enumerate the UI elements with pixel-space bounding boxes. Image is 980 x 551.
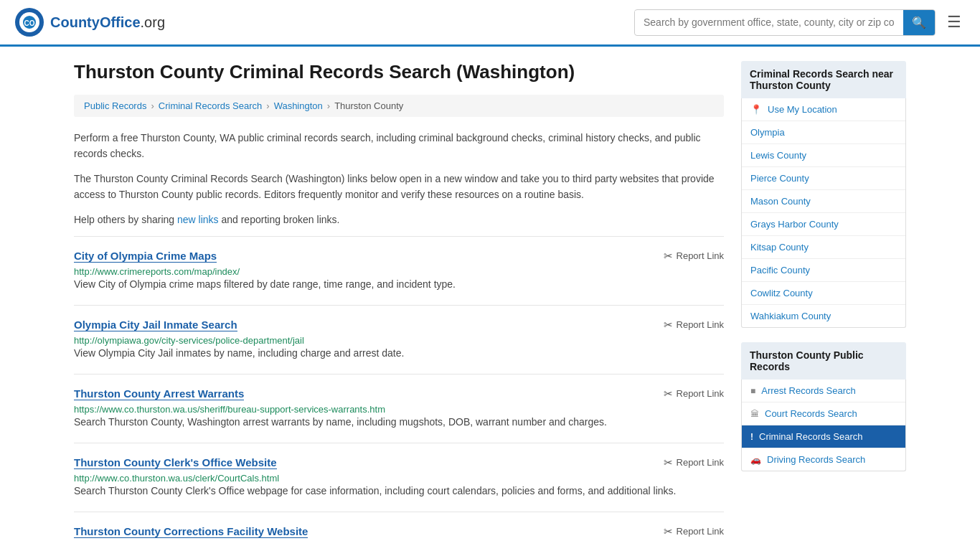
sidebar-public-records-list: ■ Arrest Records Search 🏛 Court Records … bbox=[741, 380, 906, 471]
sidebar-wahkiakum-county[interactable]: Wahkiakum County bbox=[742, 305, 905, 327]
result-desc-0: View City of Olympia crime maps filtered… bbox=[74, 277, 724, 292]
sidebar-nearby: Criminal Records Search near Thurston Co… bbox=[741, 61, 906, 328]
scissors-icon-3: ✂ bbox=[664, 456, 673, 469]
breadcrumb-sep-3: › bbox=[327, 100, 330, 111]
breadcrumb-criminal-records[interactable]: Criminal Records Search bbox=[159, 100, 263, 111]
sidebar-cowlitz-county[interactable]: Cowlitz County bbox=[742, 282, 905, 305]
menu-icon[interactable]: ☰ bbox=[943, 9, 966, 36]
scissors-icon-2: ✂ bbox=[664, 387, 673, 400]
result-title-0[interactable]: City of Olympia Crime Maps bbox=[74, 250, 217, 263]
sidebar-driving-records[interactable]: 🚗 Driving Records Search bbox=[742, 448, 905, 471]
report-label-1: Report Link bbox=[677, 319, 724, 330]
criminal-icon: ! bbox=[750, 432, 753, 442]
result-header-0: City of Olympia Crime Maps ✂ Report Link bbox=[74, 250, 724, 263]
logo-icon: CO bbox=[14, 7, 44, 37]
logo-text: CountyOffice.org bbox=[50, 14, 165, 31]
breadcrumb-sep-1: › bbox=[151, 100, 154, 111]
report-link-1[interactable]: ✂ Report Link bbox=[664, 319, 724, 331]
grays-harbor-link[interactable]: Grays Harbor County bbox=[750, 219, 839, 230]
sidebar-nearby-header: Criminal Records Search near Thurston Co… bbox=[741, 61, 906, 98]
breadcrumb-public-records[interactable]: Public Records bbox=[84, 100, 146, 111]
sidebar-olympia[interactable]: Olympia bbox=[742, 121, 905, 144]
result-header-2: Thurston County Arrest Warrants ✂ Report… bbox=[74, 387, 724, 400]
mason-county-link[interactable]: Mason County bbox=[750, 196, 811, 207]
new-links-link[interactable]: new links bbox=[177, 214, 219, 225]
logo[interactable]: CO CountyOffice.org bbox=[14, 7, 165, 37]
driving-records-link[interactable]: Driving Records Search bbox=[767, 454, 865, 465]
arrest-icon: ■ bbox=[750, 386, 755, 396]
result-item-3: Thurston County Clerk's Office Website ✂… bbox=[74, 443, 724, 512]
driving-icon: 🚗 bbox=[750, 455, 761, 465]
result-header-1: Olympia City Jail Inmate Search ✂ Report… bbox=[74, 319, 724, 331]
result-title-1[interactable]: Olympia City Jail Inmate Search bbox=[74, 319, 237, 331]
header: CO CountyOffice.org 🔍 ☰ bbox=[0, 0, 980, 47]
sidebar-nearby-list: 📍 Use My Location Olympia Lewis County P… bbox=[741, 98, 906, 328]
sidebar-arrest-records[interactable]: ■ Arrest Records Search bbox=[742, 380, 905, 402]
breadcrumb-thurston: Thurston County bbox=[334, 100, 403, 111]
result-item-0: City of Olympia Crime Maps ✂ Report Link… bbox=[74, 236, 724, 305]
court-records-link[interactable]: Court Records Search bbox=[765, 408, 857, 419]
pin-icon: 📍 bbox=[750, 104, 762, 115]
intro-paragraph-3: Help others by sharing new links and rep… bbox=[74, 212, 724, 227]
pacific-county-link[interactable]: Pacific County bbox=[750, 265, 810, 276]
result-item-2: Thurston County Arrest Warrants ✂ Report… bbox=[74, 374, 724, 443]
scissors-icon-0: ✂ bbox=[664, 250, 673, 263]
cowlitz-county-link[interactable]: Cowlitz County bbox=[750, 288, 813, 298]
sidebar-pierce-county[interactable]: Pierce County bbox=[742, 167, 905, 190]
scissors-icon-4: ✂ bbox=[664, 525, 673, 538]
kitsap-county-link[interactable]: Kitsap County bbox=[750, 242, 809, 253]
sidebar-grays-harbor[interactable]: Grays Harbor County bbox=[742, 213, 905, 236]
sidebar-mason-county[interactable]: Mason County bbox=[742, 190, 905, 213]
result-desc-2: Search Thurston County, Washington arres… bbox=[74, 415, 724, 430]
report-link-4[interactable]: ✂ Report Link bbox=[664, 525, 724, 538]
intro3-prefix: Help others by sharing bbox=[74, 214, 177, 225]
intro-paragraph-2: The Thurston County Criminal Records Sea… bbox=[74, 171, 724, 203]
main-container: Thurston County Criminal Records Search … bbox=[60, 47, 920, 551]
search-input[interactable] bbox=[635, 11, 903, 34]
use-location-link[interactable]: Use My Location bbox=[768, 104, 837, 115]
report-link-0[interactable]: ✂ Report Link bbox=[664, 250, 724, 263]
intro-paragraph-1: Perform a free Thurston County, WA publi… bbox=[74, 130, 724, 162]
result-url-2[interactable]: https://www.co.thurston.wa.us/sheriff/bu… bbox=[74, 404, 385, 415]
scissors-icon-1: ✂ bbox=[664, 319, 673, 331]
breadcrumb-washington[interactable]: Washington bbox=[274, 100, 323, 111]
results-list: City of Olympia Crime Maps ✂ Report Link… bbox=[74, 236, 724, 551]
report-label-2: Report Link bbox=[677, 388, 724, 399]
report-label-0: Report Link bbox=[677, 250, 724, 261]
report-label-3: Report Link bbox=[677, 457, 724, 468]
result-item-4: Thurston County Corrections Facility Web… bbox=[74, 512, 724, 551]
result-url-0[interactable]: http://www.crimereports.com/map/index/ bbox=[74, 266, 240, 277]
search-button[interactable]: 🔍 bbox=[903, 10, 935, 35]
report-link-3[interactable]: ✂ Report Link bbox=[664, 456, 724, 469]
arrest-records-link[interactable]: Arrest Records Search bbox=[761, 385, 856, 396]
breadcrumb: Public Records › Criminal Records Search… bbox=[74, 95, 724, 117]
sidebar-lewis-county[interactable]: Lewis County bbox=[742, 144, 905, 167]
result-url-3[interactable]: http://www.co.thurston.wa.us/clerk/Court… bbox=[74, 473, 279, 484]
sidebar-pacific-county[interactable]: Pacific County bbox=[742, 259, 905, 282]
criminal-records-link[interactable]: Criminal Records Search bbox=[759, 431, 863, 442]
lewis-county-link[interactable]: Lewis County bbox=[750, 150, 806, 161]
olympia-link[interactable]: Olympia bbox=[750, 127, 785, 138]
result-item-1: Olympia City Jail Inmate Search ✂ Report… bbox=[74, 305, 724, 374]
header-right: 🔍 ☰ bbox=[634, 9, 966, 36]
sidebar-use-location[interactable]: 📍 Use My Location bbox=[742, 98, 905, 121]
sidebar-kitsap-county[interactable]: Kitsap County bbox=[742, 236, 905, 259]
result-url-1[interactable]: http://olympiawa.gov/city-services/polic… bbox=[74, 335, 304, 346]
report-label-4: Report Link bbox=[677, 526, 724, 537]
intro3-suffix: and reporting broken links. bbox=[219, 214, 340, 225]
breadcrumb-sep-2: › bbox=[266, 100, 269, 111]
sidebar-criminal-records[interactable]: ! Criminal Records Search bbox=[742, 425, 905, 448]
result-desc-3: Search Thurston County Clerk's Office we… bbox=[74, 484, 724, 499]
sidebar-court-records[interactable]: 🏛 Court Records Search bbox=[742, 402, 905, 425]
result-title-2[interactable]: Thurston County Arrest Warrants bbox=[74, 387, 244, 400]
result-desc-1: View Olympia City Jail inmates by name, … bbox=[74, 346, 724, 361]
search-bar: 🔍 bbox=[634, 9, 936, 36]
report-link-2[interactable]: ✂ Report Link bbox=[664, 387, 724, 400]
sidebar-public-records-header: Thurston County Public Records bbox=[741, 342, 906, 380]
pierce-county-link[interactable]: Pierce County bbox=[750, 173, 809, 184]
result-title-4[interactable]: Thurston County Corrections Facility Web… bbox=[74, 525, 308, 538]
wahkiakum-county-link[interactable]: Wahkiakum County bbox=[750, 311, 831, 321]
court-icon: 🏛 bbox=[750, 409, 759, 419]
result-title-3[interactable]: Thurston County Clerk's Office Website bbox=[74, 456, 277, 469]
sidebar-public-records: Thurston County Public Records ■ Arrest … bbox=[741, 342, 906, 471]
